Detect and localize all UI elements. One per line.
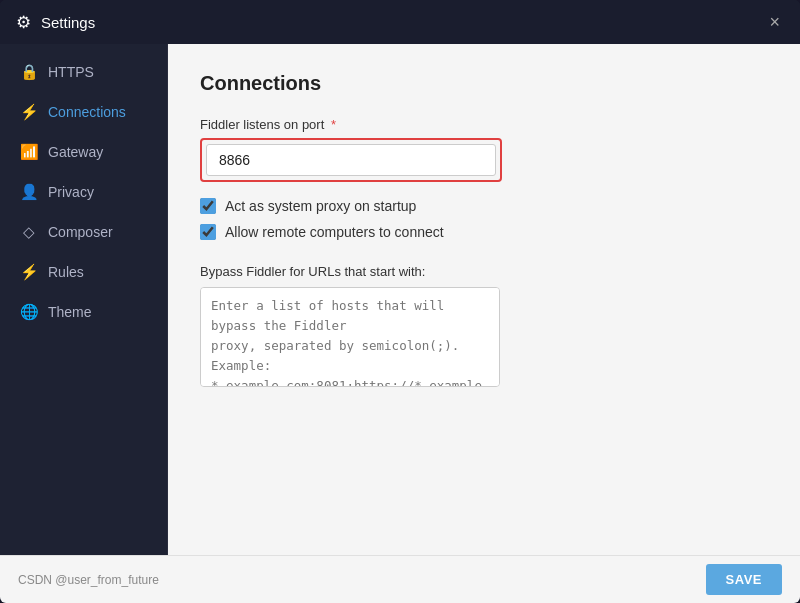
sidebar-item-composer[interactable]: ◇ Composer [0, 212, 167, 252]
dialog-title: Settings [41, 14, 95, 31]
theme-icon: 🌐 [20, 303, 38, 321]
sidebar-label-composer: Composer [48, 224, 113, 240]
close-button[interactable]: × [765, 11, 784, 33]
sidebar-label-rules: Rules [48, 264, 84, 280]
checkbox-system-proxy-row: Act as system proxy on startup [200, 198, 768, 214]
sidebar-label-https: HTTPS [48, 64, 94, 80]
sidebar-label-connections: Connections [48, 104, 126, 120]
checkbox-remote-computers[interactable] [200, 224, 216, 240]
port-field-group: Fiddler listens on port * [200, 117, 768, 182]
checkbox-remote-computers-label: Allow remote computers to connect [225, 224, 444, 240]
bypass-label: Bypass Fiddler for URLs that start with: [200, 264, 768, 279]
footer: CSDN @user_from_future SAVE [0, 555, 800, 603]
composer-icon: ◇ [20, 223, 38, 241]
checkbox-remote-computers-row: Allow remote computers to connect [200, 224, 768, 240]
bypass-textarea[interactable] [200, 287, 500, 387]
sidebar-label-gateway: Gateway [48, 144, 103, 160]
sidebar-item-theme[interactable]: 🌐 Theme [0, 292, 167, 332]
gateway-icon: 📶 [20, 143, 38, 161]
gear-icon: ⚙ [16, 12, 31, 33]
dialog-body: 🔒 HTTPS ⚡ Connections 📶 Gateway 👤 Privac… [0, 44, 800, 555]
checkbox-system-proxy-label: Act as system proxy on startup [225, 198, 416, 214]
sidebar-item-rules[interactable]: ⚡ Rules [0, 252, 167, 292]
sidebar-item-privacy[interactable]: 👤 Privacy [0, 172, 167, 212]
port-label: Fiddler listens on port * [200, 117, 768, 132]
checkbox-system-proxy[interactable] [200, 198, 216, 214]
port-box [200, 138, 502, 182]
sidebar-item-https[interactable]: 🔒 HTTPS [0, 52, 167, 92]
port-input[interactable] [206, 144, 496, 176]
sidebar-label-theme: Theme [48, 304, 92, 320]
required-marker: * [331, 117, 336, 132]
sidebar-label-privacy: Privacy [48, 184, 94, 200]
section-title: Connections [200, 72, 768, 95]
sidebar-item-gateway[interactable]: 📶 Gateway [0, 132, 167, 172]
footer-credit: CSDN @user_from_future [18, 573, 159, 587]
lock-icon: 🔒 [20, 63, 38, 81]
save-button[interactable]: SAVE [706, 564, 782, 595]
title-bar-left: ⚙ Settings [16, 12, 95, 33]
sidebar: 🔒 HTTPS ⚡ Connections 📶 Gateway 👤 Privac… [0, 44, 168, 555]
rules-icon: ⚡ [20, 263, 38, 281]
sidebar-item-connections[interactable]: ⚡ Connections [0, 92, 167, 132]
connections-icon: ⚡ [20, 103, 38, 121]
settings-dialog: ⚙ Settings × 🔒 HTTPS ⚡ Connections 📶 Gat… [0, 0, 800, 603]
privacy-icon: 👤 [20, 183, 38, 201]
title-bar: ⚙ Settings × [0, 0, 800, 44]
main-content: Connections Fiddler listens on port * Ac… [168, 44, 800, 555]
